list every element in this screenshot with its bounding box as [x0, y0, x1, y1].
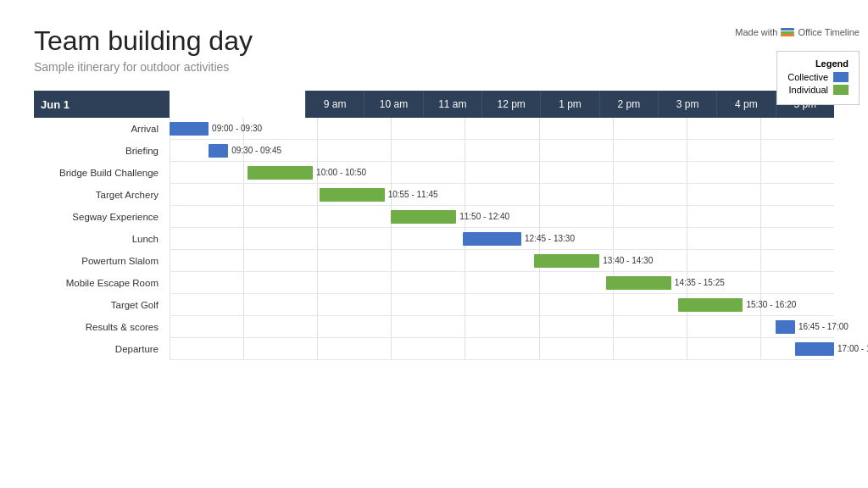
time-col-3pm: 3 pm — [658, 91, 716, 118]
page-title: Team building day — [34, 25, 834, 57]
bar-label: 12:45 - 13:30 — [525, 234, 575, 243]
bar-label: 11:50 - 12:40 — [459, 212, 509, 221]
table-row: Departure17:00 - 17:30 — [170, 338, 834, 360]
bar-label: 15:30 - 16:20 — [746, 300, 796, 309]
made-with-product: Office Timeline — [798, 27, 860, 37]
table-row: Target Archery10:55 - 11:45 — [170, 184, 834, 206]
row-label: Target Archery — [34, 190, 165, 200]
legend-box: Legend Collective Individual — [776, 51, 860, 105]
row-label: Lunch — [34, 234, 165, 244]
bar-label: 09:30 - 09:45 — [231, 146, 281, 155]
bar-label: 10:55 - 11:45 — [388, 190, 438, 199]
date-label: Jun 1 — [34, 91, 170, 118]
made-with: Made with Office Timeline — [735, 27, 860, 37]
row-label: Results & scores — [34, 322, 165, 332]
row-label: Target Golf — [34, 300, 165, 310]
table-row: Lunch12:45 - 13:30 — [170, 228, 834, 250]
legend-item: Collective — [787, 72, 849, 82]
table-row: Mobile Escape Room14:35 - 15:25 — [170, 272, 834, 294]
row-label: Arrival — [34, 124, 165, 134]
bar-label: 09:00 - 09:30 — [212, 124, 262, 133]
gantt-bar — [534, 254, 599, 268]
time-col-2pm: 2 pm — [599, 91, 658, 118]
time-col-12pm: 12 pm — [481, 91, 540, 118]
row-bg — [170, 118, 834, 139]
legend-color — [833, 72, 849, 82]
gantt-bar — [795, 342, 834, 356]
gantt-chart: Jun 1 9 am10 am11 am12 pm1 pm2 pm3 pm4 p… — [34, 91, 834, 360]
page-subtitle: Sample itinerary for outdoor activities — [34, 60, 834, 74]
table-row: Segway Experience11:50 - 12:40 — [170, 206, 834, 228]
legend-title: Legend — [787, 58, 849, 69]
gantt-bar — [606, 276, 671, 290]
row-label: Mobile Escape Room — [34, 278, 165, 288]
legend-items: Collective Individual — [787, 72, 849, 95]
bar-label: 16:45 - 17:00 — [798, 322, 849, 331]
time-col-11am: 11 am — [423, 91, 481, 118]
gantt-bar — [320, 188, 385, 202]
legend-label: Collective — [787, 72, 828, 82]
gantt-bar — [170, 122, 209, 136]
table-row: Bridge Build Challenge10:00 - 10:50 — [170, 162, 834, 184]
legend-item: Individual — [787, 85, 849, 95]
row-label: Bridge Build Challenge — [34, 168, 165, 178]
time-col-4pm: 4 pm — [716, 91, 775, 118]
bar-label: 10:00 - 10:50 — [316, 168, 366, 177]
row-bg — [170, 184, 834, 205]
gantt-header: 9 am10 am11 am12 pm1 pm2 pm3 pm4 pm5 pm — [305, 91, 834, 118]
gantt-bar — [248, 166, 313, 180]
row-bg — [170, 338, 834, 359]
gantt-bar — [776, 320, 795, 334]
bar-label: 13:40 - 14:30 — [603, 256, 653, 265]
made-with-label: Made with — [735, 27, 777, 37]
table-row: Results & scores16:45 - 17:00 — [170, 316, 834, 338]
time-col-10am: 10 am — [364, 91, 422, 118]
office-timeline-logo — [781, 28, 794, 36]
table-row: Briefing09:30 - 09:45 — [170, 140, 834, 162]
gantt-body: Arrival09:00 - 09:30Briefing09:30 - 09:4… — [170, 118, 834, 360]
row-bg — [170, 250, 834, 271]
table-row: Arrival09:00 - 09:30 — [170, 118, 834, 140]
table-row: Target Golf15:30 - 16:20 — [170, 294, 834, 316]
time-col-1pm: 1 pm — [540, 91, 598, 118]
row-label: Segway Experience — [34, 212, 165, 222]
gantt-bar — [391, 210, 456, 224]
row-label: Powerturn Slalom — [34, 256, 165, 266]
page: Team building day Sample itinerary for o… — [0, 0, 868, 488]
legend-color — [833, 85, 849, 95]
bar-label: 14:35 - 15:25 — [675, 278, 725, 287]
gantt-bar — [678, 298, 743, 312]
row-bg — [170, 272, 834, 293]
gantt-bar — [463, 232, 521, 246]
bar-label: 17:00 - 17:30 — [837, 344, 868, 353]
legend-label: Individual — [789, 85, 828, 95]
row-bg — [170, 316, 834, 337]
gantt-bar — [209, 144, 228, 158]
time-col-9am: 9 am — [305, 91, 364, 118]
row-label: Briefing — [34, 146, 165, 156]
table-row: Powerturn Slalom13:40 - 14:30 — [170, 250, 834, 272]
row-label: Departure — [34, 344, 165, 354]
